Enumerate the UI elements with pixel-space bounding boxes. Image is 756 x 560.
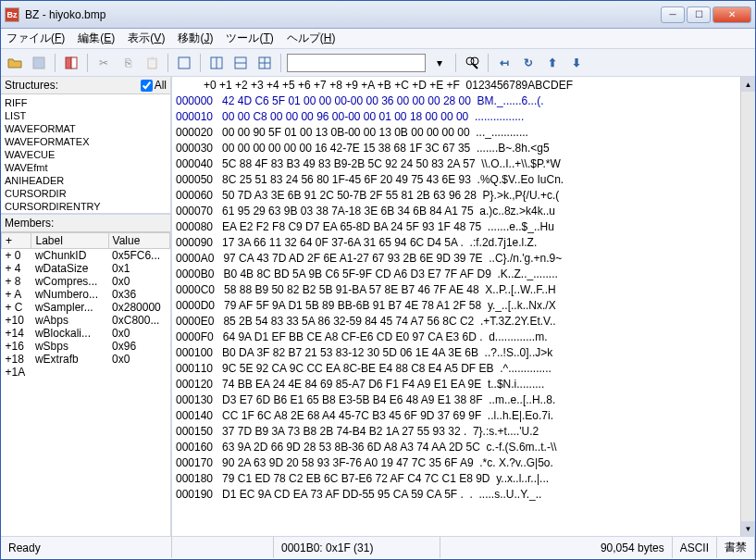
structures-list[interactable]: RIFFLISTWAVEFORMATWAVEFORMATEXWAVECUEWAV… [1,94,170,215]
all-label: All [155,79,167,92]
member-row[interactable]: + 8wCompres...0x0 [2,275,170,288]
hex-header: +0 +1 +2 +3 +4 +5 +6 +7 +8 +9 +A +B +C +… [172,77,755,93]
structure-item[interactable]: CURSORDIRENTRY [3,200,168,213]
nav-back[interactable]: ↤ [494,53,514,73]
structure-item[interactable]: WAVECUE [3,148,168,161]
view-single[interactable] [174,53,194,73]
structure-item[interactable]: WAVEFORMAT [3,122,168,135]
nav-up[interactable]: ⬆ [542,53,563,73]
find-button[interactable] [462,53,482,73]
svg-point-13 [471,57,478,65]
status-ready: Ready [1,537,172,558]
scroll-up-icon[interactable]: ▲ [741,77,755,92]
menu-edit[interactable]: 編集(E) [78,31,115,46]
member-row[interactable]: + CwSampler...0x280000 [2,301,170,314]
view-grid[interactable] [254,53,275,73]
member-row[interactable]: + AwNumbero...0x36 [2,288,170,301]
search-dropdown[interactable]: ▾ [429,53,450,73]
status-size: 90,054 bytes [593,537,673,558]
svg-rect-0 [33,57,44,68]
toolbar: ✂ ⎘ 📋 ▾ ↤ ↻ ⬆ ⬇ [1,49,755,77]
toggle-button[interactable] [61,53,81,73]
structure-item[interactable]: LIST [3,109,168,122]
nav-fwd[interactable]: ↻ [518,53,539,73]
hex-row[interactable]: 000170 90 2A 63 9D 20 58 93 3F-76 A0 19 … [176,455,755,471]
copy-button[interactable]: ⎘ [118,53,138,73]
structures-label: Structures: [5,79,58,92]
hex-row[interactable]: 000020 00 00 90 5F 01 00 13 0B-00 00 13 … [176,125,755,141]
status-position: 0001B0: 0x1F (31) [274,537,440,558]
hex-row[interactable]: 000130 D3 E7 6D B6 E1 65 B8 E3-5B B4 E6 … [176,392,755,408]
member-row[interactable]: + 4wDataSize0x1 [2,262,170,275]
hex-row[interactable]: 000180 79 C1 ED 78 C2 EB 6C B7-E6 72 AF … [176,471,755,487]
hex-row[interactable]: 0000D0 79 AF 5F 9A D1 5B 89 BB-6B 91 B7 … [176,298,755,314]
hex-row[interactable]: 0000F0 64 9A D1 EF BB CE A8 CF-E6 CD E0 … [176,330,755,345]
hex-row[interactable]: 000030 00 00 00 00 00 00 16 42-7E 15 38 … [176,141,755,156]
hex-row[interactable]: 0000B0 B0 4B 8C BD 5A 9B C6 5F-9F CD A6 … [176,267,755,282]
hex-row[interactable]: 000080 EA E2 F2 F8 C9 D7 EA 65-8D BA 24 … [176,219,755,235]
menu-file[interactable]: ファイル(F) [6,31,65,46]
hex-row[interactable]: 0000A0 97 CA 43 7D AD 2F 6E A1-27 67 93 … [176,251,755,267]
all-checkbox[interactable] [141,80,153,92]
hex-row[interactable]: 000040 5C 88 4F 83 B3 49 83 B9-2B 5C 92 … [176,156,755,172]
left-panel: Structures: All RIFFLISTWAVEFORMATWAVEFO… [1,77,172,536]
svg-rect-1 [66,57,71,68]
col-value[interactable]: Value [108,233,169,249]
menu-tools[interactable]: ツール(T) [226,31,273,46]
hex-row[interactable]: 000000 42 4D C6 5F 01 00 00 00-00 00 36 … [176,93,755,109]
col-label[interactable]: Label [31,233,108,249]
hex-view[interactable]: +0 +1 +2 +3 +4 +5 +6 +7 +8 +9 +A +B +C +… [172,77,755,536]
hex-row[interactable]: 000070 61 95 29 63 9B 03 38 7A-18 3E 6B … [176,204,755,219]
member-row[interactable]: +18wExtrafb0x0 [2,353,170,366]
members-label: Members: [1,215,170,232]
maximize-button[interactable]: ☐ [687,6,711,23]
nav-down[interactable]: ⬇ [566,53,587,73]
close-button[interactable]: ✕ [713,6,751,23]
col-offset[interactable]: + [2,233,31,249]
menu-bar: ファイル(F) 編集(E) 表示(V) 移動(J) ツール(T) ヘルプ(H) [1,29,755,49]
save-button[interactable] [29,53,49,73]
structure-item[interactable]: WAVEfmt [3,161,168,174]
structure-item[interactable]: RIFF [3,96,168,109]
hex-row[interactable]: 000120 74 BB EA 24 4E 84 69 85-A7 D6 F1 … [176,377,755,392]
view-vsplit[interactable] [206,53,227,73]
vertical-scrollbar[interactable]: ▲ ▼ [740,77,755,536]
structure-item[interactable]: WAVEFORMATEX [3,135,168,148]
menu-help[interactable]: ヘルプ(H) [287,31,336,46]
svg-rect-2 [71,57,77,68]
status-bar: Ready 0001B0: 0x1F (31) 90,054 bytes ASC… [1,536,755,558]
hex-row[interactable]: 000160 63 9A 2D 66 9D 28 53 8B-36 6D A8 … [176,440,755,455]
view-hsplit[interactable] [230,53,251,73]
structure-item[interactable]: CURSORDIR [3,187,168,200]
scroll-down-icon[interactable]: ▼ [741,521,755,536]
hex-row[interactable]: 000140 CC 1F 6C A8 2E 68 A4 45-7C B3 45 … [176,408,755,424]
menu-view[interactable]: 表示(V) [128,31,165,46]
hex-row[interactable]: 000150 37 7D B9 3A 73 B8 2B 74-B4 B2 1A … [176,424,755,440]
minimize-button[interactable]: ─ [661,6,685,23]
search-input[interactable] [287,54,426,72]
hex-row[interactable]: 000090 17 3A 66 11 32 64 0F 37-6A 31 65 … [176,235,755,251]
member-row[interactable]: +14wBlockali...0x0 [2,327,170,340]
svg-rect-3 [179,57,190,68]
hex-row[interactable]: 000010 00 00 C8 00 00 00 96 00-00 00 01 … [176,109,755,125]
hex-row[interactable]: 0000C0 58 88 B9 50 82 B2 5B 91-BA 57 8E … [176,282,755,298]
cut-button[interactable]: ✂ [93,53,114,73]
structure-item[interactable]: ANIHEADER [3,174,168,187]
hex-row[interactable]: 000190 D1 EC 9A CD EA 73 AF DD-55 95 CA … [176,487,755,503]
paste-button[interactable]: 📋 [142,53,162,73]
member-row[interactable]: +10wAbps0xC800... [2,314,170,327]
app-icon: Bz [5,7,19,22]
member-row[interactable]: + 0wChunkID0x5FC6... [2,249,170,263]
hex-row[interactable]: 0000E0 85 2B 54 83 33 5A 86 32-59 84 45 … [176,314,755,330]
hex-row[interactable]: 000100 B0 DA 3F 82 B7 21 53 83-12 30 5D … [176,345,755,361]
hex-row[interactable]: 000110 9C 5E 92 CA 9C CC EA 8C-BE E4 88 … [176,361,755,377]
member-row[interactable]: +1A [2,366,170,379]
member-row[interactable]: +16wSbps0x96 [2,340,170,353]
members-table[interactable]: + Label Value + 0wChunkID0x5FC6...+ 4wDa… [1,232,170,536]
window-title: BZ - hiyoko.bmp [25,8,661,21]
status-mode: 書禁 [717,537,755,558]
menu-move[interactable]: 移動(J) [178,31,213,46]
hex-row[interactable]: 000060 50 7D A3 3E 6B 91 2C 50-7B 2F 55 … [176,188,755,204]
hex-row[interactable]: 000050 8C 25 51 83 24 56 80 1F-45 6F 20 … [176,172,755,188]
open-button[interactable] [5,53,25,73]
